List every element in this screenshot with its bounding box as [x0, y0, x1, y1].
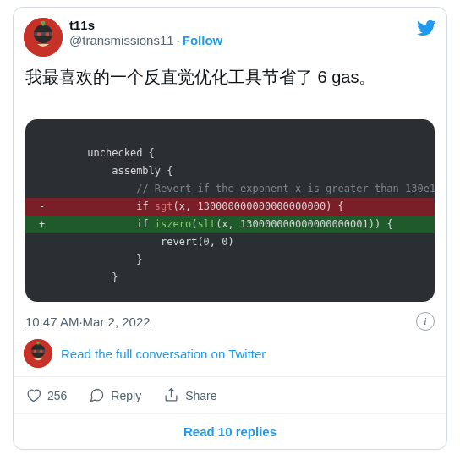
- tweet-text: 我最喜欢的一个反直觉优化工具节省了 6 gas。: [14, 57, 446, 89]
- code-line: unchecked {: [25, 145, 435, 162]
- code-line: + if iszero(slt(x, 130000000000000000001…: [25, 216, 435, 233]
- twitter-logo-icon[interactable]: [416, 18, 436, 38]
- svg-point-11: [40, 350, 42, 353]
- like-button[interactable]: 256: [25, 380, 67, 403]
- conversation-row[interactable]: Read the full conversation on Twitter: [14, 334, 446, 376]
- tweet-header: t11s @transmissions11·Follow: [14, 8, 446, 57]
- code-line: assembly {: [25, 162, 435, 180]
- reply-icon: [89, 387, 105, 403]
- display-name[interactable]: t11s: [69, 18, 95, 32]
- author-names: t11s @transmissions11·Follow: [69, 18, 416, 48]
- like-count: 256: [47, 389, 67, 402]
- code-image: unchecked { assembly { // Revert if the …: [25, 119, 435, 302]
- tweet-time[interactable]: 10:47 AM: [25, 315, 79, 329]
- code-line: - if sgt(x, 130000000000000000000) {: [25, 198, 435, 216]
- tweet-actions: 256 Reply Share: [14, 376, 446, 414]
- conversation-link[interactable]: Read the full conversation on Twitter: [61, 347, 266, 361]
- code-line: // Revert if the exponent x is greater t…: [25, 180, 435, 198]
- read-replies-link[interactable]: Read 10 replies: [14, 414, 446, 449]
- heart-icon: [25, 387, 41, 403]
- reply-label: Reply: [111, 389, 141, 402]
- avatar-image: [24, 18, 63, 57]
- svg-rect-9: [31, 350, 45, 353]
- svg-point-10: [34, 350, 36, 353]
- tweet-date[interactable]: Mar 2, 2022: [83, 315, 151, 329]
- tweet-card: t11s @transmissions11·Follow 我最喜欢的一个反直觉优…: [13, 7, 447, 450]
- svg-rect-2: [34, 32, 52, 36]
- handle[interactable]: @transmissions11: [69, 33, 174, 47]
- svg-point-13: [36, 342, 40, 345]
- svg-point-6: [41, 21, 46, 25]
- share-icon: [163, 387, 179, 403]
- tweet-meta: 10:47 AM · Mar 2, 2022 i: [14, 302, 446, 334]
- svg-point-4: [46, 32, 49, 36]
- avatar-small: [24, 339, 52, 368]
- avatar[interactable]: [24, 18, 63, 57]
- share-button[interactable]: Share: [163, 380, 216, 403]
- follow-link[interactable]: Follow: [183, 33, 223, 47]
- code-line: revert(0, 0): [25, 233, 435, 251]
- code-line: }: [25, 269, 435, 287]
- code-line: }: [25, 251, 435, 269]
- separator-dot: ·: [174, 33, 183, 47]
- info-icon[interactable]: i: [416, 312, 435, 331]
- svg-point-3: [37, 32, 41, 36]
- share-label: Share: [185, 389, 216, 402]
- reply-button[interactable]: Reply: [89, 380, 141, 403]
